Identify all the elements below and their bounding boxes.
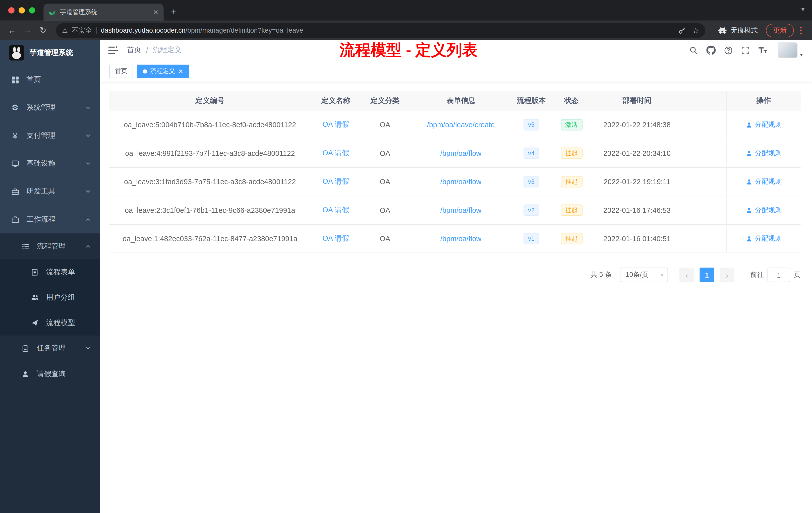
definition-id: oa_leave:2:3c1f0ef1-76b1-11ec-9c66-a2380… [109,196,311,224]
document-icon [30,268,39,276]
sidebar-item-label: 基础设施 [26,159,85,168]
chevron-up-icon [85,244,91,249]
sidebar-item-label: 流程管理 [37,242,85,251]
update-button[interactable]: 更新 [766,24,794,37]
key-icon[interactable] [678,26,686,34]
page-size-select[interactable]: 10条/页 ▾ [620,268,668,282]
assign-rule-link[interactable]: 分配规则 [746,234,782,243]
version-badge: v5 [523,119,539,130]
person-icon [746,235,752,242]
tab-favicon [49,8,56,16]
annotation-text: 流程模型 - 定义列表 [340,40,477,61]
assign-rule-link[interactable]: 分配规则 [746,206,782,215]
sidebar-toggle-icon[interactable] [108,46,118,55]
definition-id: oa_leave:5:004b710b-7b8a-11ec-8ef0-acde4… [109,111,311,139]
col-process-version: 流程版本 [513,91,550,111]
sidebar-item-label: 支付管理 [26,131,85,140]
form-link[interactable]: /bpm/oa/flow [440,234,482,243]
avatar[interactable] [778,42,798,58]
url-path: /bpm/manager/definition?key=oa_leave [185,26,303,34]
table-row: oa_leave:3:1fad3d93-7b75-11ec-a3c8-acde4… [109,168,801,196]
tag-process-definition[interactable]: 流程定义 ✕ [137,64,189,78]
sidebar-item-label: 研发工具 [26,187,85,196]
sidebar-item-system[interactable]: ⚙ 系统管理 [0,94,100,121]
version-badge: v4 [523,148,539,159]
pagination: 共 5 条 10条/页 ▾ ‹ 1 › 前往 页 [109,268,801,282]
form-link[interactable]: /bpm/oa/flow [440,149,482,157]
assign-rule-link[interactable]: 分配规则 [746,149,782,158]
font-size-icon[interactable] [758,46,767,55]
browser-menu-icon[interactable] [796,27,807,34]
forward-icon[interactable]: → [21,26,34,35]
sidebar-item-infrastructure[interactable]: 基础设施 [0,150,100,177]
chevron-down-icon [85,133,91,138]
definition-name-link[interactable]: OA 请假 [323,234,349,243]
sidebar-item-user-group[interactable]: 用户分组 [0,284,100,310]
tags-view-bar: 首页 流程定义 ✕ [100,60,812,82]
browser-tab[interactable]: 芋道管理系统 ✕ [44,3,164,21]
sidebar-item-payment[interactable]: ¥ 支付管理 [0,122,100,150]
clipboard-icon [21,345,30,352]
reload-icon[interactable]: ↻ [36,25,50,35]
prev-page-button[interactable]: ‹ [679,268,694,282]
address-bar[interactable]: ⚠ 不安全 dashboard.yudao.iocoder.cn/bpm/man… [56,23,705,38]
sidebar-item-home[interactable]: 首页 [0,66,100,94]
sidebar-item-leave-query[interactable]: 请假查询 [0,361,100,387]
chevron-down-icon[interactable]: ▼ [800,6,806,12]
status-badge: 激活 [561,119,582,130]
user-menu[interactable]: ▼ [778,42,804,58]
tag-close-icon[interactable]: ✕ [178,67,183,75]
security-label: 不安全 [72,26,92,35]
help-icon[interactable] [724,46,733,55]
next-page-button[interactable]: › [720,268,734,282]
sidebar-item-task-mgmt[interactable]: 任务管理 [0,336,100,361]
back-icon[interactable]: ← [5,26,19,35]
assign-rule-link[interactable]: 分配规则 [746,120,782,129]
assign-rule-link[interactable]: 分配规则 [746,177,782,186]
status-badge: 挂起 [561,233,582,244]
sidebar-item-process-form[interactable]: 流程表单 [0,259,100,284]
new-tab-button[interactable]: + [171,6,177,18]
goto-page-input[interactable] [767,268,790,282]
current-page-button[interactable]: 1 [699,268,714,282]
incognito-label: 无痕模式 [731,26,757,35]
form-link[interactable]: /bpm/oa/flow [440,177,482,186]
deploy-time: 2022-01-16 01:40:51 [593,224,681,252]
deploy-time: 2022-01-16 17:46:53 [593,196,681,224]
close-window-button[interactable] [8,7,14,13]
definition-id: oa_leave:3:1fad3d93-7b75-11ec-a3c8-acde4… [109,168,311,195]
form-link[interactable]: /bpm/oa/leave/create [427,121,495,129]
form-link[interactable]: /bpm/oa/flow [440,206,482,214]
sidebar-item-devtools[interactable]: 研发工具 [0,177,100,205]
tab-close-icon[interactable]: ✕ [153,8,158,16]
search-icon[interactable] [689,46,698,55]
status-badge: 挂起 [561,176,582,187]
bookmark-star-icon[interactable]: ☆ [692,26,699,35]
definition-name-link[interactable]: OA 请假 [323,120,349,129]
person-icon [746,150,752,157]
table-row: oa_leave:2:3c1f0ef1-76b1-11ec-9c66-a2380… [109,196,801,224]
github-icon[interactable] [706,46,716,55]
sidebar-item-process-mgmt[interactable]: 流程管理 [0,233,100,259]
person-icon [746,121,752,128]
breadcrumb: 首页 / 流程定义 [127,46,181,55]
browser-toolbar: ← → ↻ ⚠ 不安全 dashboard.yudao.iocoder.cn/b… [0,21,812,40]
sidebar-item-workflow[interactable]: 工作流程 [0,206,100,233]
zoom-window-button[interactable] [29,7,35,13]
fullscreen-icon[interactable] [741,46,750,55]
table-row: oa_leave:1:482ec033-762a-11ec-8477-a2380… [109,224,801,253]
tag-home[interactable]: 首页 [109,64,133,78]
incognito-badge: 无痕模式 [712,26,764,35]
sidebar-item-label: 工作流程 [26,215,85,224]
sidebar-item-process-model[interactable]: 流程模型 [0,310,100,335]
breadcrumb-home[interactable]: 首页 [127,46,141,55]
breadcrumb-separator: / [146,46,148,55]
definition-name-link[interactable]: OA 请假 [323,206,349,215]
definition-name-link[interactable]: OA 请假 [323,177,349,186]
active-dot [143,69,147,73]
minimize-window-button[interactable] [19,7,25,13]
col-status: 状态 [550,91,593,111]
paper-plane-icon [30,319,39,327]
definition-name-link[interactable]: OA 请假 [323,149,349,158]
sidebar-item-label: 首页 [26,75,91,84]
